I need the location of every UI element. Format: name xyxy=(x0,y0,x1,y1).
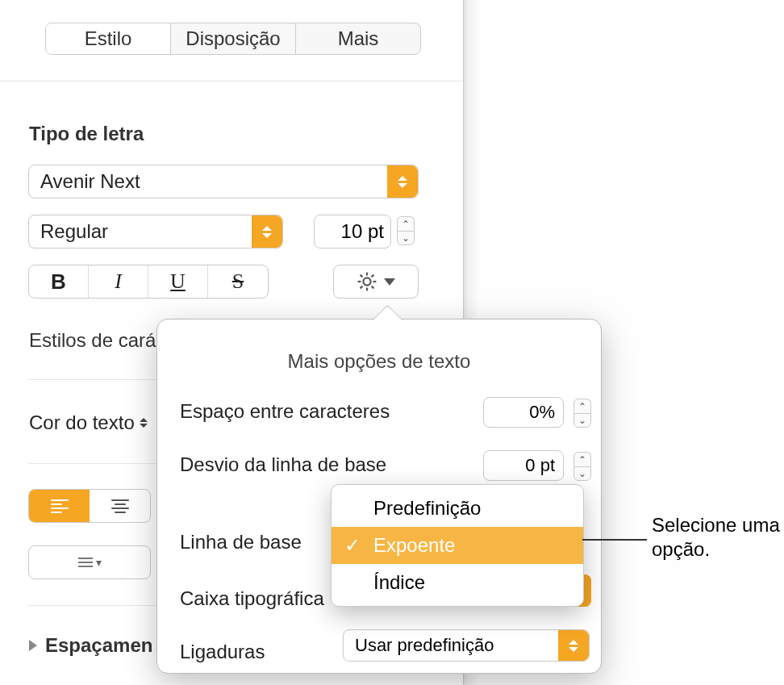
callout-leader-line xyxy=(582,539,647,541)
align-center-icon xyxy=(111,499,129,513)
stepper-down-icon[interactable]: ⌄ xyxy=(573,413,591,428)
baseline-shift-stepper[interactable]: ⌃ ⌄ xyxy=(573,452,591,481)
text-color-label: Cor do texto xyxy=(29,411,148,434)
char-spacing-row: Espaço entre caracteres xyxy=(180,400,390,423)
tab-style[interactable]: Estilo xyxy=(46,23,170,54)
bold-button[interactable]: B xyxy=(29,265,89,298)
font-size-stepper[interactable]: ⌃ ⌄ xyxy=(397,216,415,245)
baseline-shift-label: Desvio da linha de base xyxy=(180,453,386,476)
divider xyxy=(0,81,463,81)
italic-button[interactable]: I xyxy=(89,265,148,298)
font-size-value: 10 pt xyxy=(341,220,384,243)
underline-button[interactable]: U xyxy=(148,265,208,298)
baseline-menu: Predefinição ✓ Expoente Índice xyxy=(331,484,584,607)
updown-icon xyxy=(252,215,282,248)
updown-icon xyxy=(387,165,418,198)
stepper-up-icon[interactable]: ⌃ xyxy=(397,216,415,231)
text-format-group: B I U S xyxy=(28,265,269,299)
font-family-select[interactable]: Avenir Next xyxy=(28,165,419,198)
ligatures-value: Usar predefinição xyxy=(355,635,494,656)
character-styles-label: Estilos de cará xyxy=(29,329,156,352)
stepper-down-icon[interactable]: ⌄ xyxy=(397,231,415,245)
capitalization-label: Caixa tipográfica xyxy=(180,587,324,610)
spacing-disclosure[interactable]: Espaçamen xyxy=(29,634,152,657)
ligatures-label: Ligaduras xyxy=(180,641,265,663)
font-section-label: Tipo de letra xyxy=(29,123,144,145)
stepper-up-icon[interactable]: ⌃ xyxy=(573,399,591,413)
callout-text: Selecione uma opção. xyxy=(652,513,781,562)
char-spacing-stepper[interactable]: ⌃ ⌄ xyxy=(573,399,591,428)
align-left-icon xyxy=(51,499,69,513)
baseline-shift-field[interactable]: 0 pt xyxy=(483,450,564,481)
list-indent-button[interactable]: ▾ xyxy=(28,545,151,579)
baseline-menu-subscript[interactable]: Índice xyxy=(332,564,583,601)
gear-icon xyxy=(357,271,377,292)
char-spacing-value: 0% xyxy=(529,402,555,423)
font-size-field[interactable]: 10 pt xyxy=(314,215,391,249)
popover-title: Mais opções de texto xyxy=(157,350,601,373)
strikethrough-button[interactable]: S xyxy=(208,265,268,298)
svg-line-5 xyxy=(361,275,363,278)
baseline-row: Linha de base xyxy=(180,531,302,553)
baseline-menu-superscript[interactable]: ✓ Expoente xyxy=(332,527,583,564)
font-weight-value: Regular xyxy=(40,220,108,243)
more-text-options-button[interactable] xyxy=(333,265,419,299)
stepper-up-icon[interactable]: ⌃ xyxy=(573,452,591,466)
chevron-down-icon xyxy=(384,278,395,286)
tab-layout[interactable]: Disposição xyxy=(171,23,295,54)
char-spacing-label: Espaço entre caracteres xyxy=(180,400,390,423)
align-center-button[interactable] xyxy=(90,490,150,522)
svg-line-6 xyxy=(372,286,374,289)
check-icon: ✓ xyxy=(344,534,361,557)
updown-icon[interactable] xyxy=(140,418,148,428)
stepper-down-icon[interactable]: ⌄ xyxy=(573,466,591,481)
char-spacing-field[interactable]: 0% xyxy=(483,397,564,428)
ligatures-row: Ligaduras xyxy=(180,641,265,663)
inspector-tabs: Estilo Disposição Mais xyxy=(45,23,421,55)
list-icon xyxy=(78,558,93,567)
tab-more[interactable]: Mais xyxy=(296,23,420,54)
svg-point-0 xyxy=(363,278,370,285)
chevron-right-icon xyxy=(29,640,37,651)
font-weight-select[interactable]: Regular xyxy=(28,215,283,249)
baseline-shift-value: 0 pt xyxy=(525,455,555,476)
capitalization-row: Caixa tipográfica xyxy=(180,587,324,610)
align-left-button[interactable] xyxy=(29,490,90,522)
baseline-shift-row: Desvio da linha de base xyxy=(180,453,386,476)
font-family-value: Avenir Next xyxy=(40,170,140,193)
spacing-label: Espaçamen xyxy=(45,634,152,657)
svg-line-8 xyxy=(372,275,374,278)
ligatures-select[interactable]: Usar predefinição xyxy=(343,629,590,662)
baseline-menu-default[interactable]: Predefinição xyxy=(332,490,583,527)
updown-icon xyxy=(558,630,589,661)
alignment-group xyxy=(28,489,151,523)
svg-line-7 xyxy=(361,286,363,289)
baseline-label: Linha de base xyxy=(180,531,302,553)
